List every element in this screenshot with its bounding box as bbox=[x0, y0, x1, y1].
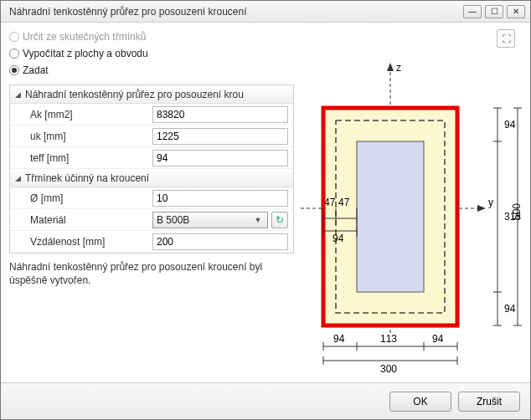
cancel-button[interactable]: Zrušit bbox=[458, 392, 520, 412]
input-uk[interactable] bbox=[152, 128, 288, 145]
combo-material[interactable]: B 500B ▼ bbox=[152, 212, 268, 228]
row-distance: Vzdálenost [mm] bbox=[10, 231, 293, 253]
label-distance: Vzdálenost [mm] bbox=[10, 236, 152, 248]
dialog-window: Náhradní tenkostěnný průřez pro posouzen… bbox=[0, 0, 531, 420]
titlebar: Náhradní tenkostěnný průřez pro posouzen… bbox=[1, 1, 530, 23]
minimize-button[interactable]: — bbox=[463, 5, 482, 18]
dim-300: 300 bbox=[380, 363, 397, 375]
row-uk: uk [mm] bbox=[10, 125, 293, 147]
label-material: Materiál bbox=[10, 214, 152, 226]
row-ak: Ak [mm2] bbox=[10, 104, 293, 125]
group-header-label: Třmínek účinný na kroucení bbox=[25, 172, 149, 184]
refresh-button[interactable]: ↻ bbox=[271, 212, 288, 228]
svg-marker-3 bbox=[477, 205, 486, 212]
input-diameter[interactable] bbox=[152, 190, 288, 207]
input-ak[interactable] bbox=[152, 106, 288, 123]
window-title: Náhradní tenkostěnný průřez pro posouzen… bbox=[9, 6, 460, 18]
status-message: Náhradní tenkostěnný průřez pro posouzen… bbox=[9, 260, 294, 287]
ok-button[interactable]: OK bbox=[389, 392, 451, 412]
radio-icon bbox=[9, 32, 19, 42]
axis-z-label: z bbox=[396, 62, 401, 74]
right-panel: ⛶ z y bbox=[294, 29, 522, 382]
input-distance[interactable] bbox=[152, 233, 288, 250]
dim-47b: 47 bbox=[338, 197, 350, 208]
group-header-stirrup[interactable]: ◢ Třmínek účinný na kroucení bbox=[10, 169, 293, 187]
radio-icon bbox=[9, 49, 19, 59]
content-area: Určit ze skutečných třmínků Vypočítat z … bbox=[1, 23, 530, 382]
close-button[interactable]: ✕ bbox=[507, 5, 525, 18]
left-panel: Určit ze skutečných třmínků Vypočítat z … bbox=[9, 29, 294, 382]
label-diameter: Ø [mm] bbox=[10, 192, 152, 204]
dim-94-side: 94 bbox=[333, 233, 344, 244]
label-uk: uk [mm] bbox=[10, 131, 152, 142]
property-grid: ◢ Náhradní tenkostěnný průřez pro posouz… bbox=[9, 85, 294, 254]
collapse-icon: ◢ bbox=[15, 90, 25, 99]
radio-enter[interactable]: Zadat bbox=[9, 63, 294, 78]
radio-label: Určit ze skutečných třmínků bbox=[23, 31, 146, 43]
radio-from-stirrups: Určit ze skutečných třmínků bbox=[9, 29, 294, 44]
row-diameter: Ø [mm] bbox=[10, 187, 293, 209]
input-teff[interactable] bbox=[152, 150, 288, 166]
radio-label: Zadat bbox=[23, 64, 49, 76]
dim-500: 500 bbox=[511, 203, 523, 220]
group-header-section[interactable]: ◢ Náhradní tenkostěnný průřez pro posouz… bbox=[10, 85, 293, 104]
svg-rect-7 bbox=[357, 141, 424, 292]
dim-113: 113 bbox=[380, 333, 397, 345]
group-header-label: Náhradní tenkostěnný průřez pro posouzen… bbox=[25, 89, 244, 100]
chevron-down-icon: ▼ bbox=[252, 216, 264, 224]
radio-label: Vypočítat z plochy a obvodu bbox=[23, 48, 148, 59]
row-material: Materiál B 500B ▼ ↻ bbox=[10, 209, 293, 231]
dim-94-right: 94 bbox=[432, 333, 444, 345]
svg-marker-1 bbox=[387, 63, 394, 71]
axis-y-label: y bbox=[488, 197, 493, 208]
radio-icon bbox=[9, 65, 19, 75]
collapse-icon: ◢ bbox=[15, 174, 25, 182]
radio-compute[interactable]: Vypočítat z plochy a obvodu bbox=[9, 46, 294, 61]
dialog-footer: OK Zrušit bbox=[1, 382, 530, 419]
dim-47a: 47 bbox=[324, 197, 336, 208]
zoom-fit-button[interactable]: ⛶ bbox=[497, 29, 515, 48]
dim-94-top: 94 bbox=[504, 119, 516, 131]
dim-94-bottom: 94 bbox=[504, 303, 516, 315]
maximize-button[interactable]: ☐ bbox=[485, 5, 503, 18]
label-teff: teff [mm] bbox=[10, 152, 152, 164]
label-ak: Ak [mm2] bbox=[10, 109, 152, 120]
dim-94-left: 94 bbox=[333, 333, 345, 345]
combo-text: B 500B bbox=[157, 214, 252, 226]
row-teff: teff [mm] bbox=[10, 147, 293, 169]
section-diagram: z y 47 47 bbox=[294, 58, 522, 382]
